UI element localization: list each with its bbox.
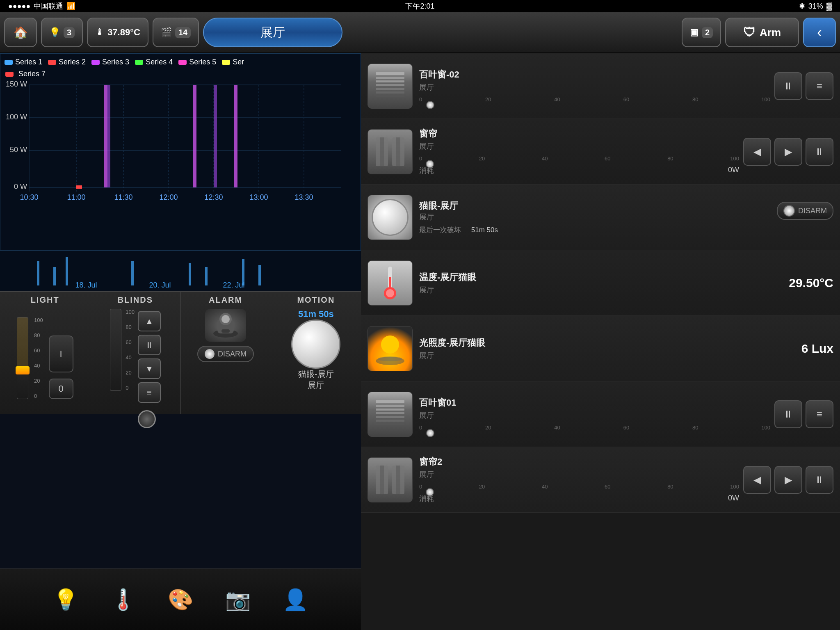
device-info-blind02: 百叶窗-02 展厅 020406080100 (419, 68, 770, 103)
svg-rect-63 (376, 405, 404, 407)
lights-button[interactable]: 💡 3 (41, 18, 83, 47)
light-title: LIGHT (31, 295, 59, 305)
arm-label: Arm (760, 26, 781, 39)
carrier-label: 中国联通 (34, 1, 63, 11)
device-room-blind01: 展厅 (419, 411, 770, 420)
svg-rect-22 (104, 85, 107, 187)
back-button[interactable]: ‹ (803, 18, 836, 47)
dock-scenes-icon: 🎨 (164, 583, 197, 616)
device-controls-curtain01: ◀ ▶ ⏸ (743, 138, 833, 166)
svg-point-42 (221, 315, 230, 323)
alarm-inner: DISARM (197, 309, 254, 362)
svg-rect-47 (376, 84, 404, 86)
blind01-pause-button[interactable]: ⏸ (774, 400, 802, 428)
device-slider-blind01: 020406080100 (419, 425, 770, 431)
blind02-pause-button[interactable]: ⏸ (774, 72, 802, 100)
blinds-pause-button[interactable]: ⏸ (138, 335, 161, 355)
blinds-down-button[interactable]: ▼ (138, 358, 161, 379)
device-name-therm01: 温度-展厅猫眼 (419, 271, 784, 283)
legend-series2: Series 2 (48, 58, 86, 66)
device-thumb-curtain02 (368, 457, 413, 502)
legend-series7: Series 7 (5, 70, 356, 78)
blinds-menu-button[interactable]: ≡ (138, 382, 161, 403)
blinds-up-button[interactable]: ▲ (138, 311, 161, 331)
svg-text:12:00: 12:00 (159, 193, 178, 201)
sensor01-disarm-button[interactable]: DISARM (777, 202, 833, 220)
light-slider[interactable] (17, 317, 28, 399)
dock-camera[interactable]: 📷 (221, 583, 254, 616)
device-slider-blind02: 020406080100 (419, 96, 770, 103)
svg-rect-46 (376, 80, 404, 82)
legend-series4: Series 4 (135, 58, 173, 66)
control-panel: LIGHT 100806040200 I 0 (0, 291, 361, 414)
arm-button[interactable]: 🛡 Arm (725, 18, 799, 47)
legend-label-s6: Ser (233, 58, 244, 66)
svg-text:100 W: 100 W (6, 113, 27, 121)
svg-point-59 (381, 336, 399, 354)
device-info-blind01: 百叶窗01 展厅 020406080100 (419, 397, 770, 431)
legend-label-s2: Series 2 (59, 58, 86, 66)
svg-rect-26 (234, 85, 237, 187)
blind02-menu-button[interactable]: ≡ (806, 72, 833, 100)
svg-rect-25 (214, 85, 217, 187)
motion-section: MOTION 51m 50s 猫眼-展厅 展厅 (271, 292, 361, 414)
disarm-label: DISARM (218, 350, 247, 358)
curtain01-pause-button[interactable]: ⏸ (806, 138, 833, 166)
temperature-button[interactable]: 🌡 37.89°C (87, 18, 148, 47)
dock-camera-icon: 📷 (221, 583, 254, 616)
svg-rect-68 (376, 423, 404, 425)
legend-dot-s6 (222, 60, 230, 65)
curtain01-play-button[interactable]: ▶ (774, 138, 802, 166)
dock-lights-icon: 💡 (49, 583, 82, 616)
home-button[interactable]: 🏠 (4, 18, 37, 47)
curtain02-power-row: 消耗 0W (419, 494, 739, 504)
light-on-button[interactable]: I (49, 336, 73, 372)
curtain02-back-button[interactable]: ◀ (743, 466, 771, 494)
device-row-blind01: 百叶窗01 展厅 020406080100 ⏸ ≡ (361, 381, 840, 447)
device-thumb-blind02 (368, 64, 413, 109)
mini-chart-svg: 18. Jul 20. Jul 22. Jul (4, 253, 357, 290)
dock-lights[interactable]: 💡 (49, 583, 82, 616)
device-room-blind02: 展厅 (419, 82, 770, 92)
blinds-dial[interactable] (138, 410, 156, 428)
room-title-button[interactable]: 展厅 (203, 18, 342, 47)
device-thumb-curtain01 (368, 129, 413, 174)
chart-legend: Series 1 Series 2 Series 3 Series 4 Seri… (5, 58, 356, 66)
svg-text:11:00: 11:00 (67, 193, 85, 201)
dock-security[interactable]: 👤 (279, 583, 312, 616)
blind01-menu-button[interactable]: ≡ (806, 400, 833, 428)
main-content: Series 1 Series 2 Series 3 Series 4 Seri… (0, 53, 361, 630)
device-info-curtain01: 窗帘 展厅 020406080100 消耗 0W (419, 128, 739, 176)
curtain02-pause-button[interactable]: ⏸ (806, 466, 833, 494)
blinds-slider[interactable] (110, 309, 121, 391)
svg-rect-35 (258, 265, 261, 285)
lights-count: 3 (64, 27, 75, 38)
blind01-icon-svg (374, 398, 406, 431)
scene-button[interactable]: 🎬 14 (153, 18, 199, 47)
back-icon: ‹ (817, 24, 822, 41)
legend-dot-s7 (5, 72, 14, 77)
legend-series6: Ser (222, 58, 244, 66)
device-thumb-blind01 (368, 392, 413, 437)
alarm-disarm-button[interactable]: DISARM (197, 346, 254, 362)
device-room-lux01: 展厅 (419, 351, 784, 361)
device-thumb-sensor01 (368, 195, 413, 240)
sensor01-disarm-label: DISARM (798, 207, 827, 215)
time-label: 下午2:01 (405, 2, 434, 10)
light-on-icon: I (60, 349, 62, 359)
signal-dots: ●●●●● (8, 2, 30, 11)
svg-rect-28 (37, 261, 39, 285)
curtain01-back-button[interactable]: ◀ (743, 138, 771, 166)
device-info-curtain02: 窗帘2 展厅 020406080100 消耗 0W (419, 456, 739, 504)
svg-rect-67 (376, 420, 404, 422)
panel-button[interactable]: ▣ 2 (682, 18, 721, 47)
wifi-icon: 📶 (66, 2, 75, 11)
motion-timer: 51m 50s (298, 309, 334, 320)
svg-rect-66 (376, 416, 404, 418)
curtain02-play-button[interactable]: ▶ (774, 466, 802, 494)
dock-climate[interactable]: 🌡️ (107, 583, 139, 616)
device-row-sensor01: 猫眼-展厅 展厅 DISARM 最后一次破坏 51m 50s (361, 185, 840, 250)
dock-scenes[interactable]: 🎨 (164, 583, 197, 616)
svg-rect-72 (396, 466, 400, 494)
battery-icon: ▓ (826, 2, 832, 11)
